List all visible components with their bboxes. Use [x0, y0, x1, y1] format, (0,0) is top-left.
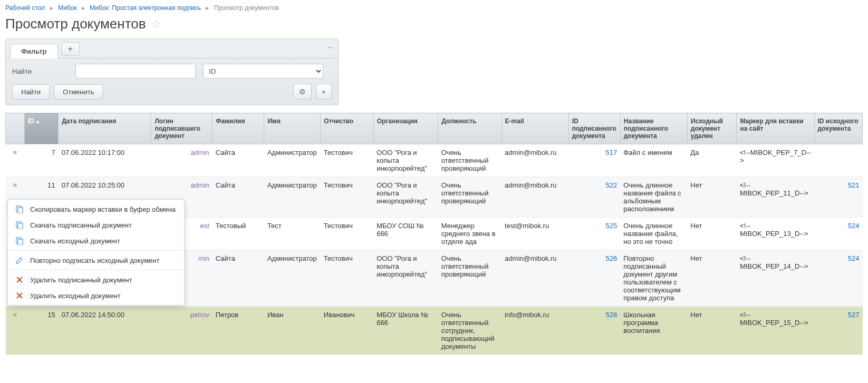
col-date[interactable]: Дата подписания [59, 113, 151, 144]
table-row[interactable]: ≡707.06.2022 10:17:00adminСайтаАдминистр… [6, 144, 863, 177]
cell-signed-doc-id: 517 [568, 144, 620, 177]
crumb-mibok[interactable]: Мибок [58, 4, 77, 12]
col-source-deleted[interactable]: Исходный документ удален [687, 113, 737, 144]
cell-marker: <!--MIBOK_PEP_15_D--> [737, 307, 814, 355]
col-signed-doc-name[interactable]: Название подписанного документа [620, 113, 687, 144]
cell-email: info@mibok.ru [501, 307, 568, 355]
col-otch[interactable]: Отчество [321, 113, 373, 144]
cell-signed-doc-id: 522 [568, 177, 620, 218]
source-doc-id-link[interactable]: 521 [848, 181, 860, 189]
cell-source-id: 527 [814, 307, 863, 355]
col-org[interactable]: Организация [373, 113, 438, 144]
chevron-right-icon: ▸ [82, 4, 85, 12]
col-email[interactable]: E-mail [501, 113, 568, 144]
menu-label: Скачать исходный документ [30, 237, 120, 245]
filter-cancel-button[interactable]: Отменить [54, 84, 103, 100]
sort-asc-icon: ▲ [35, 119, 41, 124]
cell-dolzh: Менеджер среднего звена в отделе ада [438, 218, 501, 250]
cell-deleted: Нет [687, 307, 737, 355]
cell-source-id [814, 144, 863, 177]
table-header-row: ID▲ Дата подписания Логин подписавшего д… [6, 113, 863, 144]
menu-label: Удалить исходный документ [30, 292, 121, 300]
filter-search-input[interactable] [75, 64, 196, 78]
cell-org: ООО "Рога и копыта инкорпорейтед" [373, 177, 438, 218]
svg-rect-5 [18, 239, 23, 245]
cell-deleted: Нет [687, 218, 737, 250]
cell-fam: Сайта [213, 250, 264, 307]
signed-doc-id-link[interactable]: 525 [606, 222, 618, 230]
login-link[interactable]: min [198, 254, 209, 262]
row-menu-icon[interactable]: ≡ [6, 144, 25, 177]
cell-dolzh: Очень ответственный проверяющий [438, 177, 501, 218]
edit-icon [14, 256, 25, 264]
col-login[interactable]: Логин подписавшего документ [151, 113, 213, 144]
delete-icon [14, 276, 25, 284]
cell-deleted: Нет [687, 250, 737, 307]
filter-add-button[interactable]: + [316, 84, 332, 100]
col-signed-doc-id[interactable]: ID подписанного документа [568, 113, 620, 144]
cell-signed-doc-name: Очень длинное название файла, но это не … [620, 218, 687, 250]
crumb-current: Просмотр документов [214, 4, 279, 12]
col-dolzh[interactable]: Должность [438, 113, 501, 144]
cell-signed-doc-name: Повторно подписанный документ другим пол… [620, 250, 687, 307]
crumb-mibok-pep[interactable]: Мибок: Простая электронная подпись [90, 4, 201, 12]
cell-email: test@mibok.ru [501, 218, 568, 250]
cell-marker: <!--MIBOK_PEP_7_D--> [737, 144, 814, 177]
cell-signed-doc-id: 526 [568, 250, 620, 307]
cell-fam: Сайта [213, 144, 264, 177]
cell-name: Иван [264, 307, 321, 355]
filter-tab[interactable]: Фильтр [10, 44, 58, 58]
filter-panel: Фильтр + − Найти ID Найти Отменить ⚙ + [5, 38, 339, 105]
col-fam[interactable]: Фамилия [213, 113, 264, 144]
cell-name: Администратор [264, 177, 321, 218]
copy-icon [14, 205, 25, 213]
cell-name: Администратор [264, 250, 321, 307]
filter-field-select[interactable]: ID [203, 64, 323, 78]
menu-delete-source[interactable]: Удалить исходный документ [8, 288, 184, 303]
page-title: Просмотр документов [5, 16, 146, 32]
chevron-right-icon: ▸ [50, 4, 53, 12]
cell-source-id: 521 [814, 177, 863, 218]
cell-marker: <!--MIBOK_PEP_14_D--> [737, 250, 814, 307]
breadcrumb: Рабочий стол ▸ Мибок ▸ Мибок: Простая эл… [0, 0, 868, 14]
login-link[interactable]: est [200, 222, 209, 230]
menu-copy-marker[interactable]: Скопировать маркер вставки в буфер обмен… [8, 201, 184, 217]
svg-rect-1 [18, 208, 23, 213]
signed-doc-id-link[interactable]: 517 [606, 149, 618, 156]
row-menu-icon[interactable]: ≡ [6, 307, 25, 355]
col-source-id[interactable]: ID исходного документа [814, 113, 863, 144]
filter-settings-button[interactable]: ⚙ [293, 84, 312, 100]
menu-resign[interactable]: Повторно подписать исходный документ [8, 252, 184, 268]
login-link[interactable]: petrov [190, 311, 209, 319]
filter-find-button[interactable]: Найти [12, 84, 50, 100]
filter-collapse-icon[interactable]: − [328, 43, 333, 53]
menu-download-source[interactable]: Скачать исходный документ [8, 233, 184, 249]
menu-delete-signed[interactable]: Удалить подписанный документ [8, 272, 184, 288]
col-marker[interactable]: Маркер для вставки на сайт [737, 113, 814, 144]
source-doc-id-link[interactable]: 524 [848, 254, 860, 262]
plus-icon: + [322, 87, 326, 96]
cell-name: Администратор [264, 144, 321, 177]
filter-add-tab-button[interactable]: + [61, 42, 80, 56]
cell-dolzh: Очень ответственный проверяющий [438, 144, 501, 177]
source-doc-id-link[interactable]: 527 [848, 311, 860, 319]
menu-separator [8, 270, 184, 270]
signed-doc-id-link[interactable]: 522 [606, 181, 618, 189]
table-row[interactable]: ≡1507.06.2022 14:50:00petrovПетровИванИв… [6, 307, 863, 355]
favorite-star-icon[interactable]: ☆ [151, 17, 162, 31]
cell-dolzh: Очень ответственный сотрудник, подписыва… [438, 307, 501, 355]
source-doc-id-link[interactable]: 524 [848, 222, 860, 230]
col-name[interactable]: Имя [264, 113, 321, 144]
crumb-desktop[interactable]: Рабочий стол [5, 4, 45, 12]
cell-fam: Петров [213, 307, 264, 355]
signed-doc-id-link[interactable]: 526 [606, 254, 618, 262]
cell-id: 7 [24, 144, 59, 177]
cell-id: 15 [24, 307, 59, 355]
cell-deleted: Да [687, 144, 737, 177]
col-id[interactable]: ID▲ [24, 113, 59, 144]
menu-download-signed[interactable]: Скачать подписанный документ [8, 217, 184, 233]
signed-doc-id-link[interactable]: 528 [606, 311, 618, 319]
login-link[interactable]: admin [190, 149, 209, 156]
login-link[interactable]: admin [190, 181, 209, 189]
cell-signed-doc-id: 525 [568, 218, 620, 250]
